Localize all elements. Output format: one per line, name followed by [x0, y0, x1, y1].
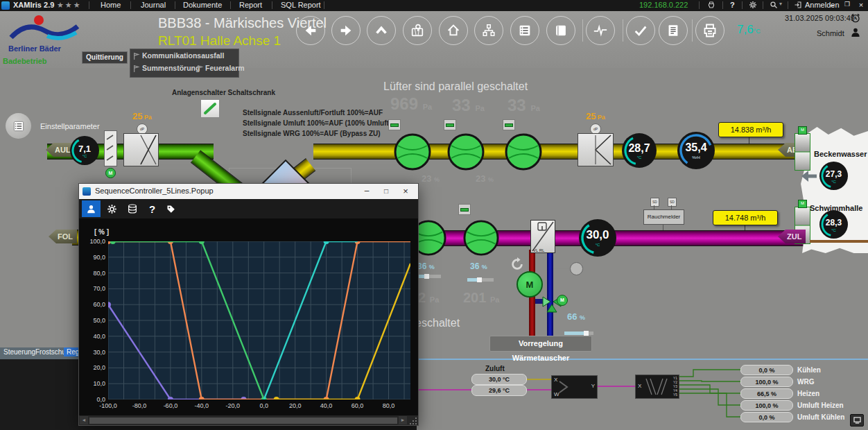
menu-home[interactable]: Home [101, 1, 121, 9]
damper-hall-extract[interactable] [795, 133, 810, 171]
brand-name: Berliner Bäder [8, 44, 61, 53]
acknowledge-button[interactable]: Quittierung [82, 51, 128, 64]
output-label: Umluft Heizen [797, 402, 844, 409]
flag-icon [197, 64, 204, 73]
heating-coil[interactable]: VL RL [530, 220, 555, 253]
nav-report-button[interactable] [659, 16, 688, 45]
gear-icon[interactable] [103, 200, 121, 217]
alarm-summary[interactable]: Summenstörung [142, 64, 200, 72]
menu-journal[interactable]: Journal [141, 1, 166, 9]
alarm-communication[interactable]: Kommunikationsausfall [142, 51, 224, 60]
nav-print-button[interactable] [695, 16, 724, 45]
gauge-extract-temp[interactable]: 28,7 °C [622, 133, 657, 168]
scroll-right-arrow[interactable]: ► [399, 416, 407, 424]
user-icon[interactable] [850, 27, 861, 38]
popup-title: SequenceController_5Lines.Popup [95, 187, 214, 195]
vorregelung-button[interactable]: Vorregelung Wärmetauscher [489, 336, 592, 352]
user-tab-icon[interactable] [82, 200, 101, 217]
login-icon[interactable] [794, 1, 802, 9]
fan-status-indicator[interactable] [503, 119, 515, 130]
pool-edge [810, 240, 868, 243]
chevron-down-icon[interactable]: ▾ [779, 1, 782, 7]
chart-plot-area[interactable] [108, 241, 410, 399]
sequence-chart: [ % ] 0,010,020,030,040,050,060,070,080,… [79, 218, 418, 415]
output-label: WRG [797, 378, 814, 386]
fans-parallel-heading: Lüfter sind parallel geschaltet [383, 80, 528, 93]
menu-sql-report[interactable]: SQL Report [281, 1, 321, 9]
menu-dokumente[interactable]: Dokumente [183, 1, 222, 9]
scroll-left-arrow[interactable]: ◄ [80, 416, 88, 424]
plant-switch-label: Anlagenschalter Schaltschrank [172, 89, 275, 96]
menu-report[interactable]: Report [239, 1, 262, 9]
nav-check-button[interactable] [626, 16, 655, 45]
smoke-detector-box[interactable]: Rauchmelder [643, 209, 684, 225]
gauge-outside-air-temp[interactable]: 7,1 °C [70, 136, 99, 165]
fan-speed-bar [467, 278, 494, 282]
minimize-button[interactable]: – [825, 1, 839, 9]
nav-pulse-button[interactable] [586, 16, 615, 45]
gauge-extract-humidity[interactable]: 35,4 %rH [677, 132, 715, 169]
damper-outside-air[interactable] [104, 130, 117, 166]
flow-tag-supply[interactable]: 14.748 m³/h [713, 210, 778, 225]
popup-scrollbar[interactable]: ◄ ► [79, 415, 418, 425]
popup-minimize-button[interactable]: – [357, 184, 376, 198]
popup-titlebar[interactable]: SequenceController_5Lines.Popup – □ × [79, 184, 418, 200]
sequence-controller-popup: SequenceController_5Lines.Popup – □ × ? … [78, 183, 419, 426]
output-value-umluft-kuehlen: 0,0 % [740, 412, 793, 422]
scada-screen: XAMIris 2.9 ★★★ Home Journal Dokumente R… [0, 0, 868, 430]
gauge-pool-water-temp[interactable]: 27,3 °C [819, 162, 848, 190]
search-icon[interactable] [770, 1, 778, 9]
nav-book-button[interactable] [546, 16, 575, 45]
maximize-button[interactable]: ❐ [840, 1, 854, 8]
actual-value-box[interactable]: 29,6 °C [471, 385, 527, 396]
help-icon[interactable]: ? [143, 200, 162, 217]
help-icon[interactable]: ? [730, 1, 735, 9]
fan-supply-2[interactable] [463, 220, 499, 256]
flow-tag-extract[interactable]: 14.838 m³/h [718, 122, 783, 137]
filter-dp-value: 25 Pa [586, 111, 605, 121]
setpoint-box[interactable]: 30,0 °C [471, 374, 527, 385]
nav-map-button[interactable] [403, 16, 432, 45]
plant-switch-icon[interactable] [200, 99, 220, 118]
gear-icon[interactable] [749, 1, 757, 9]
fan-status-indicator[interactable] [458, 204, 471, 215]
gauge-supply-temp[interactable]: 30,0 °C [579, 219, 616, 257]
print-icon[interactable] [707, 1, 715, 9]
rotation-icon [510, 257, 525, 272]
popup-maximize-button[interactable]: □ [376, 184, 396, 198]
fan-status-indicator[interactable] [388, 119, 401, 130]
resize-grip[interactable] [410, 417, 417, 424]
fan-extract-1[interactable] [394, 133, 431, 171]
nav-forward-button[interactable] [331, 16, 361, 45]
output-value-umluft-heizen: 100,0 % [740, 400, 793, 411]
favorites-stars[interactable]: ★★★ [57, 1, 82, 10]
alarm-fire[interactable]: Feueralarm [205, 64, 245, 72]
einstellparameter-button[interactable] [6, 113, 31, 139]
nav-home-button[interactable] [439, 16, 468, 45]
output-wires [678, 361, 742, 423]
tag-icon[interactable] [162, 200, 180, 217]
filter-outside-air[interactable] [123, 133, 159, 166]
scrollbar-thumb[interactable] [89, 418, 397, 424]
pump[interactable]: M [517, 271, 543, 298]
fan-extract-3[interactable] [505, 133, 542, 171]
fan-status-indicator[interactable] [444, 119, 456, 130]
gauge-hall-air-temp[interactable]: 28,3 °C [819, 210, 848, 239]
nav-list-button[interactable] [510, 16, 539, 45]
alarm-clock-icon[interactable] [850, 12, 861, 24]
nav-up-button[interactable] [367, 16, 396, 45]
close-button[interactable]: × [856, 1, 867, 9]
window-titlebar: XAMIris 2.9 ★★★ Home Journal Dokumente R… [0, 0, 868, 11]
ghost-pressure: 201 Pa [463, 290, 499, 306]
filter-extract-air[interactable] [578, 133, 614, 166]
popup-close-button[interactable]: × [396, 184, 415, 198]
fan-extract-2[interactable] [447, 133, 485, 171]
duct-tag-fol: FOL [49, 230, 77, 243]
nav-back-button[interactable] [296, 16, 325, 45]
output-label: Umluft Kühlen [797, 413, 844, 421]
corner-window-icon[interactable] [850, 414, 864, 427]
sequence-block[interactable]: X Y1Y2Y3Y4Y5 [635, 375, 679, 399]
nav-sitemap-button[interactable] [474, 16, 503, 45]
pid-controller-block[interactable]: X W Y [551, 375, 598, 399]
layers-icon[interactable] [123, 200, 141, 217]
